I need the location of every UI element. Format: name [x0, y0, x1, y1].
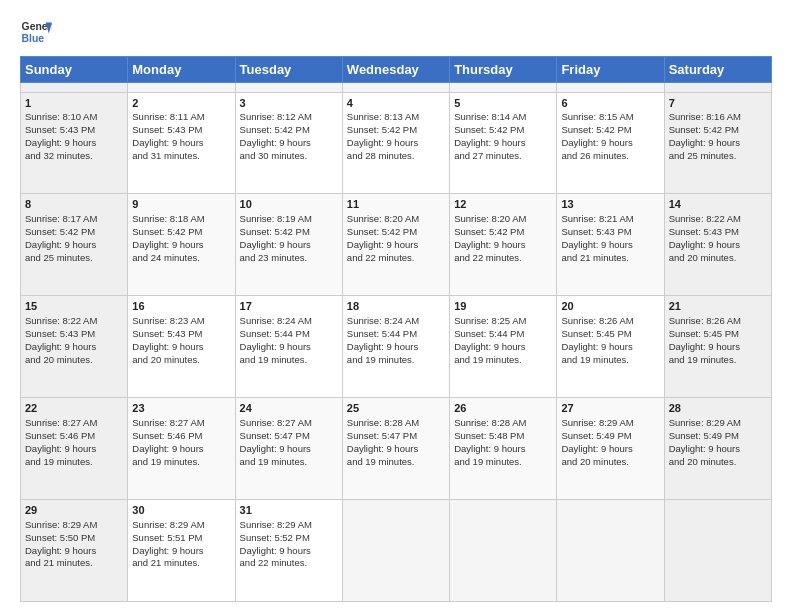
day-info: and 20 minutes. [669, 456, 767, 469]
day-info: Sunrise: 8:16 AM [669, 111, 767, 124]
calendar-cell: 30Sunrise: 8:29 AMSunset: 5:51 PMDayligh… [128, 500, 235, 602]
day-info: Daylight: 9 hours [240, 239, 338, 252]
day-info: Sunset: 5:47 PM [240, 430, 338, 443]
calendar-cell: 26Sunrise: 8:28 AMSunset: 5:48 PMDayligh… [450, 398, 557, 500]
day-info: Daylight: 9 hours [132, 545, 230, 558]
day-info: Sunrise: 8:29 AM [25, 519, 123, 532]
day-number: 3 [240, 96, 338, 111]
day-info: Sunrise: 8:15 AM [561, 111, 659, 124]
day-number: 9 [132, 197, 230, 212]
calendar-cell [235, 83, 342, 93]
day-info: Sunrise: 8:12 AM [240, 111, 338, 124]
day-info: Sunrise: 8:27 AM [240, 417, 338, 430]
day-info: Daylight: 9 hours [240, 545, 338, 558]
day-info: Daylight: 9 hours [669, 137, 767, 150]
day-number: 2 [132, 96, 230, 111]
calendar-cell: 9Sunrise: 8:18 AMSunset: 5:42 PMDaylight… [128, 194, 235, 296]
calendar-cell: 31Sunrise: 8:29 AMSunset: 5:52 PMDayligh… [235, 500, 342, 602]
calendar-cell: 24Sunrise: 8:27 AMSunset: 5:47 PMDayligh… [235, 398, 342, 500]
day-number: 4 [347, 96, 445, 111]
calendar-week-row: 22Sunrise: 8:27 AMSunset: 5:46 PMDayligh… [21, 398, 772, 500]
header: General Blue [20, 16, 772, 48]
day-info: and 21 minutes. [25, 557, 123, 570]
day-info: Daylight: 9 hours [25, 239, 123, 252]
calendar-cell: 1Sunrise: 8:10 AMSunset: 5:43 PMDaylight… [21, 92, 128, 194]
day-number: 23 [132, 401, 230, 416]
day-info: Sunrise: 8:17 AM [25, 213, 123, 226]
calendar-cell: 6Sunrise: 8:15 AMSunset: 5:42 PMDaylight… [557, 92, 664, 194]
day-info: Daylight: 9 hours [669, 341, 767, 354]
day-info: Sunrise: 8:20 AM [454, 213, 552, 226]
day-info: Daylight: 9 hours [132, 443, 230, 456]
day-info: Sunset: 5:44 PM [240, 328, 338, 341]
calendar-cell: 8Sunrise: 8:17 AMSunset: 5:42 PMDaylight… [21, 194, 128, 296]
calendar-week-row: 1Sunrise: 8:10 AMSunset: 5:43 PMDaylight… [21, 92, 772, 194]
day-number: 12 [454, 197, 552, 212]
day-info: and 27 minutes. [454, 150, 552, 163]
day-info: and 28 minutes. [347, 150, 445, 163]
calendar-table: SundayMondayTuesdayWednesdayThursdayFrid… [20, 56, 772, 602]
day-number: 17 [240, 299, 338, 314]
day-info: Daylight: 9 hours [132, 137, 230, 150]
day-info: Sunrise: 8:24 AM [240, 315, 338, 328]
day-info: Sunset: 5:42 PM [347, 226, 445, 239]
day-info: Sunset: 5:42 PM [240, 124, 338, 137]
calendar-cell [342, 500, 449, 602]
day-header-sunday: Sunday [21, 57, 128, 83]
day-number: 27 [561, 401, 659, 416]
calendar-cell: 4Sunrise: 8:13 AMSunset: 5:42 PMDaylight… [342, 92, 449, 194]
day-info: Sunrise: 8:21 AM [561, 213, 659, 226]
calendar-cell: 7Sunrise: 8:16 AMSunset: 5:42 PMDaylight… [664, 92, 771, 194]
day-number: 22 [25, 401, 123, 416]
day-info: Daylight: 9 hours [347, 239, 445, 252]
day-info: Daylight: 9 hours [561, 341, 659, 354]
day-header-friday: Friday [557, 57, 664, 83]
day-info: and 19 minutes. [132, 456, 230, 469]
day-info: Sunset: 5:43 PM [669, 226, 767, 239]
calendar-cell: 5Sunrise: 8:14 AMSunset: 5:42 PMDaylight… [450, 92, 557, 194]
calendar-cell: 22Sunrise: 8:27 AMSunset: 5:46 PMDayligh… [21, 398, 128, 500]
day-number: 6 [561, 96, 659, 111]
day-info: and 20 minutes. [669, 252, 767, 265]
day-number: 24 [240, 401, 338, 416]
day-info: Sunset: 5:42 PM [454, 226, 552, 239]
day-info: Sunrise: 8:11 AM [132, 111, 230, 124]
day-number: 20 [561, 299, 659, 314]
day-info: Sunset: 5:43 PM [25, 328, 123, 341]
day-info: Sunrise: 8:29 AM [669, 417, 767, 430]
calendar-header-row: SundayMondayTuesdayWednesdayThursdayFrid… [21, 57, 772, 83]
day-info: Daylight: 9 hours [240, 137, 338, 150]
day-info: Sunrise: 8:28 AM [347, 417, 445, 430]
day-info: Sunset: 5:51 PM [132, 532, 230, 545]
calendar-cell [664, 500, 771, 602]
calendar-cell: 12Sunrise: 8:20 AMSunset: 5:42 PMDayligh… [450, 194, 557, 296]
day-info: Daylight: 9 hours [347, 341, 445, 354]
day-info: Daylight: 9 hours [454, 443, 552, 456]
day-number: 10 [240, 197, 338, 212]
day-info: Sunrise: 8:27 AM [132, 417, 230, 430]
day-number: 29 [25, 503, 123, 518]
day-info: Daylight: 9 hours [132, 239, 230, 252]
day-info: Sunrise: 8:10 AM [25, 111, 123, 124]
day-info: and 32 minutes. [25, 150, 123, 163]
day-info: and 19 minutes. [561, 354, 659, 367]
calendar-week-row: 29Sunrise: 8:29 AMSunset: 5:50 PMDayligh… [21, 500, 772, 602]
day-info: Sunrise: 8:29 AM [132, 519, 230, 532]
day-info: and 19 minutes. [240, 354, 338, 367]
day-info: Sunset: 5:42 PM [561, 124, 659, 137]
day-info: Sunrise: 8:14 AM [454, 111, 552, 124]
day-info: Daylight: 9 hours [347, 443, 445, 456]
day-info: and 19 minutes. [454, 456, 552, 469]
day-info: and 19 minutes. [347, 456, 445, 469]
day-info: Daylight: 9 hours [240, 443, 338, 456]
day-info: Sunrise: 8:27 AM [25, 417, 123, 430]
calendar-week-row: 8Sunrise: 8:17 AMSunset: 5:42 PMDaylight… [21, 194, 772, 296]
day-number: 26 [454, 401, 552, 416]
day-info: Sunrise: 8:22 AM [25, 315, 123, 328]
day-info: Daylight: 9 hours [25, 137, 123, 150]
calendar-cell [664, 83, 771, 93]
day-info: Sunrise: 8:28 AM [454, 417, 552, 430]
logo-icon: General Blue [20, 16, 52, 48]
calendar-cell: 16Sunrise: 8:23 AMSunset: 5:43 PMDayligh… [128, 296, 235, 398]
calendar-cell: 3Sunrise: 8:12 AMSunset: 5:42 PMDaylight… [235, 92, 342, 194]
